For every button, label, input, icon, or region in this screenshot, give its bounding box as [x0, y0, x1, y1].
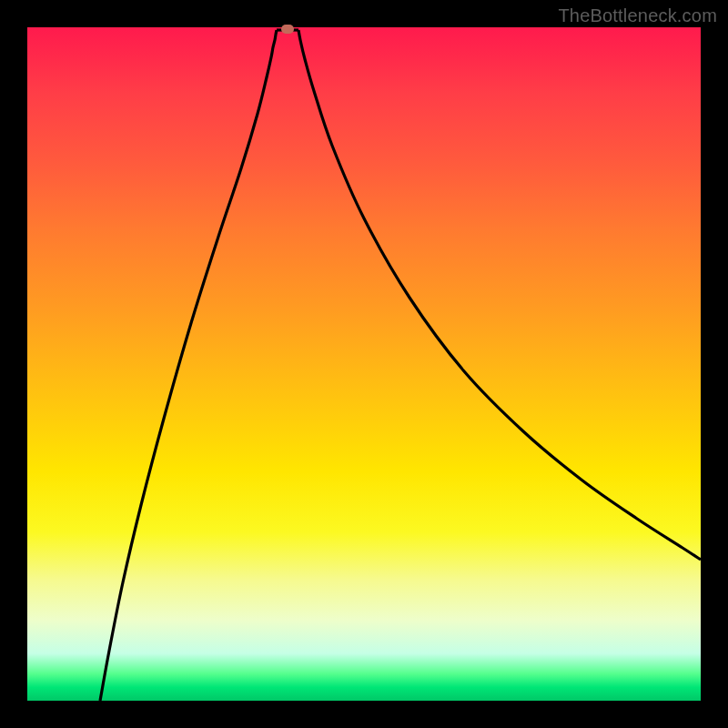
plot-area — [27, 27, 701, 701]
optimal-point-marker — [281, 25, 294, 34]
bottleneck-curve — [27, 27, 701, 701]
chart-frame: TheBottleneck.com — [0, 0, 728, 728]
curve-right — [298, 30, 701, 560]
curve-left — [100, 30, 277, 701]
watermark-text: TheBottleneck.com — [558, 5, 717, 26]
